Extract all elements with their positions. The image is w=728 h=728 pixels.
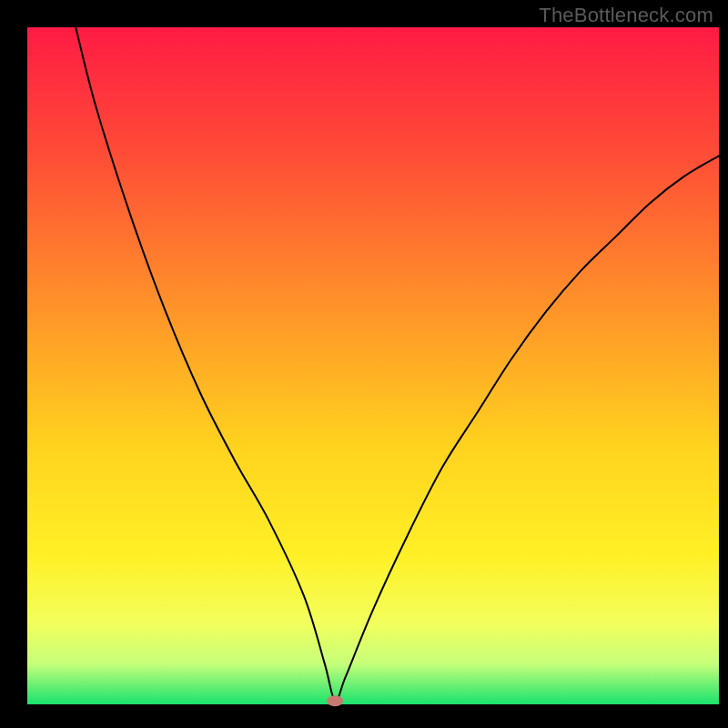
watermark-text: TheBottleneck.com [539,4,713,27]
gradient-background [27,27,719,704]
chart-frame: TheBottleneck.com [0,0,728,728]
optimal-point-marker [327,695,343,706]
bottleneck-chart [0,0,728,728]
